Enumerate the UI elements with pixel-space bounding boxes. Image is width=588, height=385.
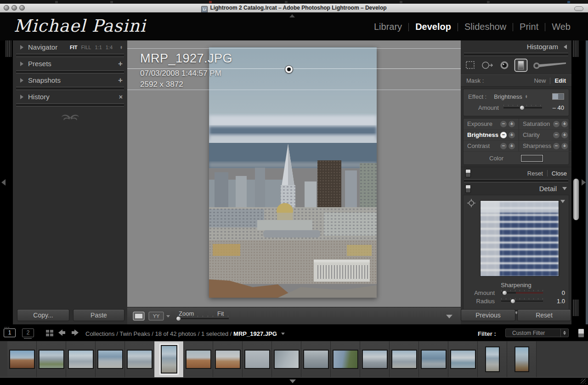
filmstrip-cell[interactable] (507, 341, 537, 377)
detail-preview-options-icon[interactable] (560, 200, 565, 203)
copy-settings-button[interactable]: Copy... (17, 309, 69, 321)
toolbar-lozenge-button[interactable] (574, 6, 583, 11)
thumbnail-image[interactable] (391, 350, 417, 369)
filmstrip-cell[interactable] (301, 341, 331, 377)
crop-tool-icon[interactable] (464, 59, 476, 71)
filter-stepper-icon[interactable] (560, 329, 568, 337)
graduated-filter-tool-icon-active[interactable] (514, 58, 528, 72)
mode-1-1[interactable]: 1:1 (95, 45, 102, 50)
increase-saturation-button[interactable]: + (561, 121, 568, 127)
filmstrip-cell[interactable] (478, 341, 507, 377)
slider-track[interactable] (501, 300, 543, 302)
second-window-button[interactable]: 2 (22, 328, 34, 337)
reset-button[interactable]: Reset (517, 309, 571, 321)
amount-slider-thumb[interactable] (520, 105, 525, 110)
mask-edit-button[interactable]: Edit (554, 77, 566, 84)
thumbnail-image[interactable] (97, 350, 123, 369)
previous-button[interactable]: Previous (461, 309, 515, 321)
loupe-view-icon[interactable] (133, 311, 145, 321)
right-panel-collapse-arrow-icon[interactable] (582, 179, 586, 186)
thumbnail-image[interactable] (9, 350, 35, 369)
grid-view-icon[interactable] (46, 330, 54, 336)
filmstrip-cell[interactable] (390, 341, 419, 377)
filter-dropdown[interactable]: Custom Filter (505, 328, 569, 337)
filmstrip-cell[interactable] (7, 341, 37, 377)
thumbnail-image[interactable] (514, 346, 529, 372)
filmstrip-cell[interactable] (184, 341, 213, 377)
mode-1-4[interactable]: 1:4 (106, 45, 113, 50)
increase-sharpness-button[interactable]: + (561, 143, 568, 149)
paste-settings-button[interactable]: Paste (73, 309, 124, 321)
thumbnail-image[interactable] (39, 350, 64, 369)
filmstrip-cell[interactable] (125, 341, 154, 377)
increase-exposure-button[interactable]: + (509, 121, 515, 127)
filmstrip-cell-selected[interactable] (154, 341, 184, 377)
zoom-slider-thumb[interactable] (176, 316, 181, 321)
thumbnail-image[interactable] (215, 350, 241, 369)
module-develop[interactable]: Develop (409, 22, 458, 32)
mode-fill[interactable]: FILL (81, 45, 91, 50)
increase-clarity-button[interactable]: + (561, 132, 568, 138)
red-eye-tool-icon[interactable] (498, 59, 510, 71)
thumbnail-image[interactable] (161, 345, 177, 374)
section-snapshots[interactable]: Snapshots + (13, 74, 127, 87)
thumbnail-image[interactable] (186, 350, 211, 369)
previous-photo-arrow-icon[interactable] (58, 329, 66, 336)
module-slideshow[interactable]: Slideshow (458, 22, 513, 32)
graduated-filter-pin[interactable] (285, 65, 293, 74)
thumbnail-image[interactable] (274, 350, 300, 369)
detail-enable-toggle-icon[interactable] (465, 185, 471, 193)
sharpen-radius-thumb[interactable] (510, 299, 515, 304)
left-panel-collapse-arrow-icon[interactable] (1, 179, 6, 186)
increase-contrast-button[interactable]: + (509, 143, 515, 149)
module-web[interactable]: Web (545, 22, 577, 32)
decrease-exposure-button[interactable]: − (500, 121, 507, 127)
disclosure-triangle-icon[interactable] (20, 95, 23, 99)
panel-enable-toggle-icon[interactable] (465, 169, 471, 177)
disclosure-triangle-icon[interactable] (20, 45, 23, 50)
thumbnail-image[interactable] (333, 350, 358, 369)
filmstrip-cell[interactable] (37, 341, 66, 377)
filmstrip-cell[interactable] (272, 341, 301, 377)
filmstrip-cell[interactable] (66, 341, 96, 377)
effect-preview-swatch[interactable] (552, 93, 564, 100)
thumbnail-image[interactable] (450, 350, 476, 369)
title-bar[interactable]: LrLightroom 2 Catalog.lrcat – Adobe Phot… (0, 4, 588, 13)
detail-panel-header[interactable]: Detail (461, 182, 571, 195)
add-snapshot-icon[interactable]: + (118, 76, 123, 85)
thumbnail-image[interactable] (244, 350, 270, 369)
top-panel-collapse-arrow-icon[interactable] (289, 14, 295, 17)
filmstrip-cell[interactable] (96, 341, 125, 377)
view-mode-dropdown-icon[interactable] (166, 315, 170, 317)
thumbnail-image[interactable] (362, 350, 388, 369)
color-swatch[interactable] (521, 155, 543, 162)
toolbar-options-arrow-icon[interactable] (446, 315, 452, 318)
zoom-slider-track[interactable] (177, 318, 229, 320)
clear-history-icon[interactable]: × (119, 93, 123, 101)
filmstrip-cell[interactable] (243, 341, 272, 377)
decrease-clarity-button[interactable]: − (553, 132, 560, 138)
detail-collapse-icon[interactable] (562, 187, 567, 190)
sharpen-radius-slider[interactable] (501, 298, 543, 304)
thumbnail-image[interactable] (303, 350, 329, 369)
detail-target-icon[interactable] (467, 199, 475, 207)
adjustment-brush-tool-icon[interactable] (532, 59, 568, 71)
filmstrip-cell[interactable] (419, 341, 448, 377)
filmstrip-cell[interactable] (448, 341, 478, 377)
window-resize-grip[interactable] (581, 379, 586, 384)
decrease-brightness-button[interactable]: − (500, 132, 507, 138)
disclosure-triangle-icon[interactable] (20, 62, 23, 66)
detail-zoom-preview[interactable] (480, 200, 559, 277)
filmstrip-collapse-arrow-icon[interactable] (289, 379, 296, 383)
decrease-sharpness-button[interactable]: − (553, 143, 560, 149)
before-after-view-icon[interactable]: YY (148, 311, 164, 321)
decrease-contrast-button[interactable]: − (500, 143, 507, 149)
zoom-stepper-icon[interactable]: ▲▼ (116, 45, 123, 49)
histogram-header[interactable]: Histogram (461, 40, 571, 53)
graduated-filter-top-guide[interactable] (127, 48, 461, 49)
histogram-collapse-icon[interactable] (564, 45, 567, 49)
increase-brightness-button[interactable]: + (509, 132, 515, 138)
mode-fit[interactable]: FIT (70, 45, 78, 50)
thumbnail-image[interactable] (127, 350, 153, 369)
filter-switch-icon[interactable] (578, 328, 584, 338)
